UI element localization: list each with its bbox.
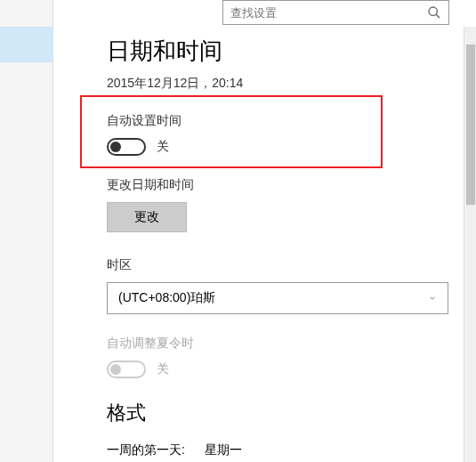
auto-time-toggle-row: 关: [107, 138, 463, 156]
dst-state: 关: [157, 361, 169, 377]
timezone-label: 时区: [107, 257, 463, 273]
auto-time-toggle[interactable]: [107, 138, 146, 156]
scrollbar-thumb[interactable]: [466, 45, 475, 205]
timezone-dropdown[interactable]: (UTC+08:00)珀斯: [107, 282, 448, 314]
chevron-down-icon: [428, 294, 437, 303]
format-firstday-value: 星期一: [205, 442, 242, 458]
auto-time-state: 关: [157, 139, 169, 155]
search-box[interactable]: [222, 0, 449, 25]
format-firstday-row: 一周的第一天: 星期一: [107, 442, 463, 458]
search-input[interactable]: [230, 6, 427, 20]
svg-point-0: [429, 7, 437, 15]
format-firstday-key: 一周的第一天:: [107, 442, 205, 458]
search-icon: [427, 5, 441, 20]
sidebar-active-item[interactable]: [0, 27, 53, 62]
scrollbar[interactable]: [464, 27, 476, 462]
auto-time-label: 自动设置时间: [107, 113, 463, 129]
dst-toggle: [107, 361, 146, 378]
content-area: 日期和时间 2015年12月12日，20:14 自动设置时间 关 更改日期和时间…: [107, 36, 463, 462]
svg-line-1: [436, 14, 440, 18]
sidebar: [0, 0, 53, 462]
change-datetime-label: 更改日期和时间: [107, 177, 463, 193]
format-title: 格式: [107, 400, 463, 426]
page-title: 日期和时间: [107, 36, 463, 67]
timezone-value: (UTC+08:00)珀斯: [118, 290, 215, 306]
dst-label: 自动调整夏令时: [107, 336, 463, 352]
dst-toggle-row: 关: [107, 361, 463, 378]
datetime-display: 2015年12月12日，20:14: [107, 76, 463, 92]
change-button[interactable]: 更改: [107, 202, 187, 232]
